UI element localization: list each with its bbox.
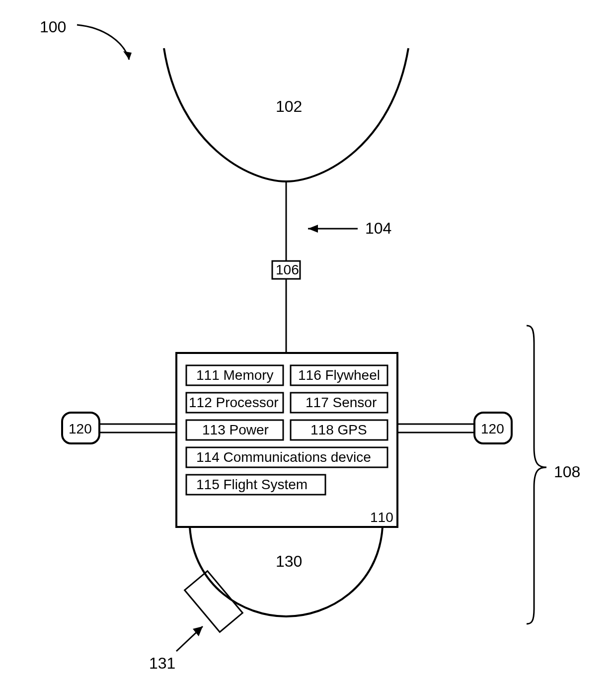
ref-108: 108	[554, 463, 580, 481]
diagram-canvas: 100 102 104 106 110 111 Memory 112 Proce…	[0, 0, 616, 691]
ref-106: 106	[276, 262, 299, 277]
ref-102: 102	[276, 97, 302, 115]
label-116: 116 Flywheel	[298, 367, 380, 383]
ref-100: 100	[40, 18, 66, 36]
label-112: 112 Processor	[189, 395, 279, 410]
ref-131: 131	[149, 654, 175, 672]
label-111: 111 Memory	[196, 367, 274, 383]
label-118: 118 GPS	[310, 422, 367, 437]
label-114: 114 Communications device	[196, 449, 371, 465]
label-113: 113 Power	[202, 422, 269, 437]
label-117: 117 Sensor	[306, 395, 377, 410]
bowl-bottom	[190, 527, 383, 616]
bracket-108	[527, 326, 546, 624]
label-115: 115 Flight System	[196, 477, 308, 492]
leader-100	[77, 25, 129, 60]
arrowhead-100	[123, 51, 132, 60]
attachment-131	[185, 571, 243, 632]
svg-rect-0	[185, 571, 243, 632]
ref-120-right: 120	[481, 421, 504, 436]
ref-130: 130	[276, 552, 302, 570]
ref-110: 110	[370, 510, 393, 525]
arrowhead-104	[308, 225, 318, 233]
ref-120-left: 120	[69, 421, 92, 436]
ref-104: 104	[365, 219, 391, 237]
